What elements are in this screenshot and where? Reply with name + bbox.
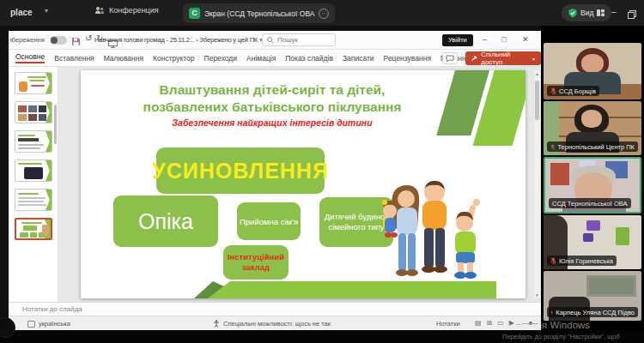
slide-thumbnail-4[interactable] bbox=[15, 159, 52, 182]
ppt-close-icon[interactable]: ✕ bbox=[522, 35, 529, 44]
language-label: українська bbox=[39, 320, 70, 328]
thumb-content bbox=[28, 114, 37, 121]
participant-name-badge: ССД Борщів bbox=[547, 86, 599, 96]
participant-video-5[interactable]: Карпець Уляна ССД Підво bbox=[544, 271, 641, 321]
participant-video-2[interactable]: Тернопільський Центр ПК bbox=[544, 101, 641, 155]
thumb-content bbox=[31, 85, 45, 87]
minimize-window-icon[interactable]: – bbox=[611, 7, 617, 16]
institution-box[interactable]: Інституційний заклад bbox=[223, 245, 289, 280]
participant-silhouette bbox=[616, 227, 629, 245]
ribbon-tab-bar: Основне Вставлення Малювання Конструктор… bbox=[9, 50, 541, 67]
slide-thumbnail-6-selected[interactable] bbox=[15, 218, 52, 240]
foster-family-box[interactable]: Прийомна сім'я bbox=[237, 202, 301, 240]
shield-icon bbox=[568, 9, 577, 18]
ppt-titlebar: Автозбереження ↺ ↻ Навчання голови грома… bbox=[9, 31, 541, 50]
slide-decoration bbox=[208, 281, 496, 298]
slide-thumbnail-1[interactable] bbox=[15, 72, 52, 94]
share-button[interactable]: Спільний доступ ▾ bbox=[465, 51, 541, 65]
restore-window-icon[interactable] bbox=[628, 7, 636, 22]
participant-silhouette bbox=[583, 233, 593, 242]
people-icon bbox=[94, 6, 105, 15]
notes-pane[interactable]: Нотатки до слайда bbox=[9, 302, 541, 316]
ribbon-tab-animations[interactable]: Анімація bbox=[246, 54, 276, 63]
share-button-label: Спільний доступ bbox=[481, 51, 529, 66]
accessibility-icon bbox=[213, 320, 220, 328]
slide-scrollbar[interactable]: ▲ ▼ bbox=[534, 70, 540, 298]
slide-thumbnail-2[interactable] bbox=[15, 101, 52, 123]
powerpoint-window: Автозбереження ↺ ↻ Навчання голови грома… bbox=[9, 31, 541, 330]
view-button-label: Вид bbox=[580, 9, 593, 17]
participant-name-badge: ССД Тернопільської ОВА bbox=[549, 198, 631, 208]
screen-share-tab[interactable]: C Экран (ССД Тернопільської ОВА ⋯ bbox=[183, 3, 335, 23]
ribbon-tab-insert[interactable]: Вставлення bbox=[54, 54, 94, 63]
ribbon-tab-design[interactable]: Конструктор bbox=[153, 54, 194, 63]
ppt-maximize-icon[interactable]: □ bbox=[501, 35, 506, 44]
tab-menu-icon[interactable]: ⋯ bbox=[319, 9, 329, 19]
windows-activation-watermark: Активація Windows bbox=[502, 320, 590, 330]
undo-icon[interactable]: ↺ bbox=[85, 33, 92, 43]
care-box[interactable]: Опіка bbox=[113, 196, 218, 247]
adoption-box[interactable]: УСИНОВЛЕННЯ bbox=[156, 147, 325, 194]
ribbon-tab-record[interactable]: Записати bbox=[343, 54, 374, 63]
accessibility-checker[interactable]: Спеціальні можливості: щось не так bbox=[213, 320, 331, 328]
thumb-content bbox=[27, 76, 46, 78]
thumb-content bbox=[18, 163, 42, 165]
normal-view-icon[interactable]: ▤ bbox=[475, 319, 482, 327]
comment-icon bbox=[446, 55, 454, 63]
family-illustration[interactable] bbox=[376, 129, 488, 281]
thumb-decoration bbox=[46, 131, 52, 152]
comments-button[interactable] bbox=[442, 52, 458, 64]
chevron-down-icon[interactable]: ▾ bbox=[45, 7, 48, 15]
scroll-down-icon[interactable]: ▼ bbox=[534, 292, 540, 298]
meeting-tab-label: Конференция bbox=[109, 6, 159, 15]
ribbon-tab-review[interactable]: Рецензування bbox=[384, 54, 431, 63]
thumb-content bbox=[42, 225, 49, 235]
thumb-content bbox=[18, 193, 39, 195]
meeting-tab[interactable]: Конференция bbox=[94, 6, 159, 15]
current-slide[interactable]: Влаштування дітей-сиріт та дітей, позбав… bbox=[81, 70, 526, 298]
document-title[interactable]: Навчання голови громад - 25.11.2... • Зб… bbox=[94, 36, 266, 44]
slide-title[interactable]: Влаштування дітей-сиріт та дітей, позбав… bbox=[106, 81, 438, 116]
search-input[interactable]: Пошук bbox=[262, 33, 336, 46]
participant-video-1[interactable]: ССД Борщів bbox=[544, 43, 641, 99]
participant-silhouette bbox=[581, 54, 604, 73]
notes-toggle-button[interactable]: Нотатки bbox=[436, 320, 460, 328]
language-selector[interactable]: українська bbox=[27, 320, 70, 328]
participant-video-4[interactable]: Юлія Гориневська bbox=[544, 215, 641, 269]
slide-sorter-icon[interactable]: ⊞ bbox=[487, 319, 493, 327]
slide-canvas: Влаштування дітей-сиріт та дітей, позбав… bbox=[58, 67, 541, 302]
participant-silhouette bbox=[586, 220, 600, 231]
scroll-up-icon[interactable]: ▲ bbox=[534, 71, 540, 76]
slide-title-line1: Влаштування дітей-сиріт та дітей, bbox=[106, 81, 438, 99]
participant-video-3-active[interactable]: ССД Тернопільської ОВА bbox=[544, 157, 641, 214]
workspace-label[interactable]: place bbox=[10, 8, 33, 17]
ribbon-tab-slideshow[interactable]: Показ слайдів bbox=[285, 54, 333, 63]
thumb-content bbox=[29, 80, 45, 81]
autosave-toggle[interactable] bbox=[50, 36, 67, 45]
ribbon-tab-home[interactable]: Основне bbox=[15, 52, 45, 63]
accessibility-label: Спеціальні можливості: щось не так bbox=[223, 320, 331, 328]
thumb-content bbox=[18, 147, 40, 149]
scrollbar-thumb[interactable] bbox=[535, 81, 539, 120]
ribbon-tab-transitions[interactable]: Переходи bbox=[204, 54, 238, 63]
sign-in-button[interactable]: Увійти bbox=[442, 34, 473, 46]
screen: place ▾ Конференция C Экран (ССД Тернопі… bbox=[0, 0, 644, 343]
muted-mic-icon bbox=[550, 143, 555, 151]
slide-subtitle[interactable]: Забезпечення найкращих інтересів дитини bbox=[106, 117, 438, 128]
thumbnail-scrollbar[interactable] bbox=[54, 105, 57, 144]
participants-sidebar: ССД Борщів Тернопільський Центр ПК ССД Т… bbox=[541, 26, 644, 330]
slide-thumbnail-5[interactable] bbox=[15, 189, 52, 211]
view-button[interactable]: Вид bbox=[562, 4, 611, 21]
ppt-minimize-icon[interactable]: – bbox=[483, 35, 487, 44]
save-icon[interactable] bbox=[71, 34, 81, 50]
thumb-content bbox=[30, 232, 37, 238]
participant-name-badge: Тернопільський Центр ПК bbox=[547, 141, 638, 152]
thumb-decoration bbox=[46, 160, 52, 181]
slide-thumbnail-3[interactable] bbox=[15, 130, 52, 153]
ppt-statusbar: українська Спеціальні можливості: щось н… bbox=[9, 316, 541, 330]
thumb-content bbox=[18, 204, 46, 206]
thumb-content bbox=[19, 81, 27, 92]
thumb-content bbox=[18, 144, 44, 146]
participant-name-badge: Юлія Гориневська bbox=[547, 256, 617, 266]
ribbon-tab-draw[interactable]: Малювання bbox=[104, 54, 143, 63]
